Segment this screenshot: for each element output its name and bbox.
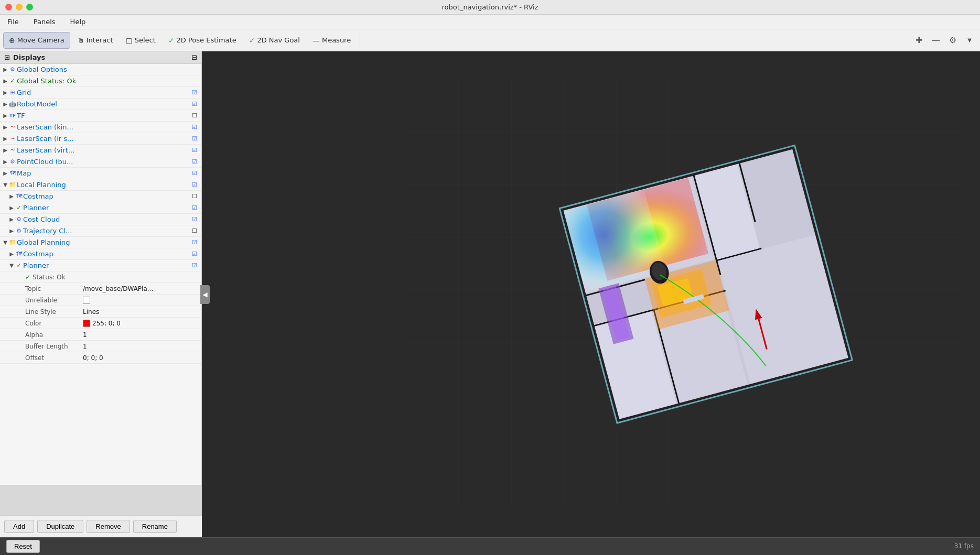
tool-move-camera[interactable]: ⊕ Move Camera <box>3 32 70 49</box>
settings-button[interactable]: ⚙ <box>945 33 960 48</box>
tree-item-global-options[interactable]: ▶ ⚙ Global Options <box>0 64 201 75</box>
menu-file[interactable]: File <box>4 17 22 27</box>
tree-item-map[interactable]: ▶ 🗺 Map ☑ <box>0 168 201 179</box>
color-value[interactable]: 255; 0; 0 <box>83 320 197 327</box>
expand-arrow[interactable]: ▶ <box>2 113 8 118</box>
expand-arrow[interactable]: ▶ <box>2 147 8 153</box>
laserscan-ir-checkbox[interactable]: ☑ <box>190 135 199 142</box>
offset-value[interactable]: 0; 0; 0 <box>83 354 197 362</box>
menu-panels[interactable]: Panels <box>30 17 59 27</box>
remove-button[interactable]: Remove <box>87 520 130 533</box>
displays-collapse-icon[interactable]: ⊟ <box>191 53 197 61</box>
tree-item-grid[interactable]: ▶ ⊞ Grid ☑ <box>0 87 201 99</box>
settings-icon: ⚙ <box>8 66 17 73</box>
global-costmap-checkbox[interactable]: ☑ <box>190 251 199 257</box>
rename-button[interactable]: Rename <box>133 520 177 533</box>
expand-arrow[interactable]: ▶ <box>8 251 15 257</box>
status-label: Status: Ok <box>33 274 66 281</box>
expand-arrow[interactable]: ▶ <box>2 67 8 72</box>
expand-arrow[interactable]: ▶ <box>2 101 8 107</box>
unreliable-checkbox[interactable] <box>83 297 90 304</box>
tf-checkbox[interactable]: ☐ <box>190 112 199 119</box>
add-display-button[interactable]: ✚ <box>912 33 927 48</box>
alpha-value[interactable]: 1 <box>83 331 197 339</box>
tree-item-local-planning[interactable]: ▼ 📁 Local Planning ☑ <box>0 179 201 191</box>
expand-arrow[interactable]: ▶ <box>2 124 8 130</box>
expand-arrow[interactable]: ▶ <box>2 78 8 84</box>
laserscan-kin-checkbox[interactable]: ☑ <box>190 124 199 130</box>
line-style-value[interactable]: Lines <box>83 308 197 315</box>
expand-arrow[interactable]: ▶ <box>2 136 8 142</box>
add-button[interactable]: Add <box>4 520 34 533</box>
pointcloud-label: PointCloud (bu... <box>17 158 190 166</box>
prop-alpha: Alpha 1 <box>0 329 201 341</box>
unreliable-label: Unreliable <box>25 297 83 304</box>
tree-item-global-costmap[interactable]: ▶ 🗺 Costmap ☑ <box>0 248 201 260</box>
map-checkbox[interactable]: ☑ <box>190 170 199 177</box>
tree-item-cost-cloud[interactable]: ▶ ⚙ Cost Cloud ☑ <box>0 214 201 225</box>
expand-arrow[interactable]: ▶ <box>2 170 8 176</box>
close-button[interactable] <box>5 4 12 10</box>
tool-measure[interactable]: — Measure <box>307 32 357 49</box>
tree-item-robotmodel[interactable]: ▶ 🤖 RobotModel ☑ <box>0 99 201 110</box>
bottom-buttons-bar: Add Duplicate Remove Rename <box>0 515 202 537</box>
reset-button[interactable]: Reset <box>6 540 40 553</box>
grid-checkbox[interactable]: ☑ <box>190 89 199 96</box>
expand-arrow[interactable]: ▶ <box>8 228 15 234</box>
color-text: 255; 0; 0 <box>92 320 121 327</box>
trajectory-checkbox[interactable]: ☐ <box>190 227 199 234</box>
tool-2d-pose[interactable]: ✓ 2D Pose Estimate <box>163 32 242 49</box>
expand-arrow[interactable]: ▼ <box>8 263 15 268</box>
line-style-label: Line Style <box>25 308 83 315</box>
local-planning-checkbox[interactable]: ☑ <box>190 181 199 188</box>
tree-item-local-planner[interactable]: ▶ ✓ Planner ☑ <box>0 202 201 214</box>
toolbar: ⊕ Move Camera 🖱 Interact ▢ Select ✓ 2D P… <box>0 29 980 51</box>
laserscan-virt-checkbox[interactable]: ☑ <box>190 147 199 154</box>
tree-item-laserscan-virt[interactable]: ▶ ~ LaserScan (virt... ☑ <box>0 145 201 156</box>
expand-arrow[interactable]: ▶ <box>8 216 15 222</box>
buffer-length-value[interactable]: 1 <box>83 343 197 350</box>
tree-scroll[interactable]: ▶ ⚙ Global Options ▶ ✓ Global Status: Ok… <box>0 64 201 485</box>
duplicate-button[interactable]: Duplicate <box>37 520 83 533</box>
expand-arrow[interactable]: ▶ <box>8 205 15 211</box>
collapse-panel-button[interactable]: ◀ <box>200 285 210 304</box>
minimize-button[interactable] <box>16 4 23 10</box>
expand-arrow[interactable]: ▶ <box>2 90 8 95</box>
topic-value[interactable]: /move_base/DWAPla... <box>83 285 197 292</box>
tool-2d-nav[interactable]: ✓ 2D Nav Goal <box>243 32 306 49</box>
prop-buffer-length: Buffer Length 1 <box>0 341 201 352</box>
tree-item-local-costmap[interactable]: ▶ 🗺 Costmap ☐ <box>0 191 201 202</box>
menu-help[interactable]: Help <box>67 17 89 27</box>
dropdown-button[interactable]: ▼ <box>962 33 977 48</box>
tree-item-global-planner[interactable]: ▼ ✓ Planner ☑ <box>0 260 201 271</box>
local-costmap-checkbox[interactable]: ☐ <box>190 193 199 200</box>
statusbar: Reset 31 fps <box>0 537 980 555</box>
tool-interact[interactable]: 🖱 Interact <box>71 32 119 49</box>
select-icon: ▢ <box>125 36 132 45</box>
global-status-label: Global Status: Ok <box>17 77 199 85</box>
expand-arrow[interactable]: ▶ <box>2 159 8 165</box>
global-planning-checkbox[interactable]: ☑ <box>190 239 199 246</box>
expand-arrow[interactable]: ▶ <box>8 193 15 199</box>
robotmodel-checkbox[interactable]: ☑ <box>190 101 199 107</box>
tree-item-laserscan-kin[interactable]: ▶ ~ LaserScan (kin... ☑ <box>0 122 201 133</box>
laserscan-ir-icon: ~ <box>8 135 17 142</box>
tree-item-global-status[interactable]: ▶ ✓ Global Status: Ok <box>0 75 201 87</box>
zoom-out-button[interactable]: — <box>929 33 943 48</box>
tree-item-trajectory[interactable]: ▶ ⚙ Trajectory Cl... ☐ <box>0 225 201 237</box>
cost-cloud-checkbox[interactable]: ☑ <box>190 216 199 223</box>
tree-item-tf[interactable]: ▶ TF TF ☐ <box>0 110 201 122</box>
tree-item-pointcloud[interactable]: ▶ ⚙ PointCloud (bu... ☑ <box>0 156 201 168</box>
measure-icon: — <box>313 36 320 45</box>
tree-item-laserscan-ir[interactable]: ▶ ~ LaserScan (ir s... ☑ <box>0 133 201 145</box>
tool-select[interactable]: ▢ Select <box>120 32 161 49</box>
pointcloud-checkbox[interactable]: ☑ <box>190 158 199 165</box>
maximize-button[interactable] <box>26 4 33 10</box>
tree-item-global-planning[interactable]: ▼ 📁 Global Planning ☑ <box>0 237 201 248</box>
local-planner-checkbox[interactable]: ☑ <box>190 204 199 211</box>
global-options-label: Global Options <box>17 66 199 73</box>
global-planner-checkbox[interactable]: ☑ <box>190 262 199 269</box>
expand-arrow[interactable]: ▼ <box>2 240 8 245</box>
viewport[interactable] <box>202 51 980 537</box>
expand-arrow[interactable]: ▼ <box>2 182 8 188</box>
